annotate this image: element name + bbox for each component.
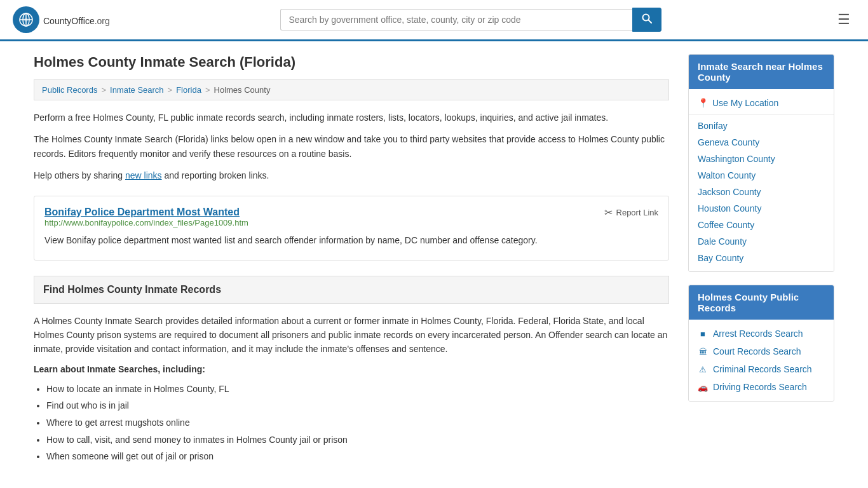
- list-item: How to locate an inmate in Holmes County…: [46, 381, 669, 398]
- logo-area: CountyOffice.org: [13, 6, 110, 33]
- find-section: Find Holmes County Inmate Records: [34, 276, 669, 304]
- public-records-header: Holmes County Public Records: [689, 285, 834, 320]
- pub-rec-label: Driving Records Search: [713, 382, 807, 392]
- breadcrumb-florida[interactable]: Florida: [176, 85, 201, 95]
- nearby-link[interactable]: Bay County: [689, 250, 834, 266]
- intro-paragraph-2: The Holmes County Inmate Search (Florida…: [34, 132, 669, 161]
- breadcrumb-current: Holmes County: [214, 85, 271, 95]
- nearby-section-header: Inmate Search near Holmes County: [689, 55, 834, 89]
- sidebar: Inmate Search near Holmes County 📍 Use M…: [688, 54, 834, 465]
- share-prefix: Help others by sharing: [34, 170, 123, 180]
- content-wrapper: Holmes County Inmate Search (Florida) Pu…: [21, 41, 847, 484]
- nearby-link[interactable]: Houston County: [689, 200, 834, 217]
- new-links-link[interactable]: new links: [125, 170, 162, 180]
- pub-rec-link[interactable]: ⚠Criminal Records Search: [689, 360, 834, 378]
- pub-rec-icon: ■: [698, 329, 708, 339]
- list-item: How to call, visit, and send money to in…: [46, 431, 669, 449]
- svg-line-7: [649, 20, 652, 24]
- result-card: Bonifay Police Department Most Wanted ht…: [34, 196, 669, 261]
- pub-rec-link[interactable]: 🚗Driving Records Search: [689, 378, 834, 396]
- search-area: [280, 8, 661, 32]
- logo-icon: [13, 6, 39, 33]
- pub-rec-icon: 🏛: [698, 346, 708, 356]
- report-label: Report Link: [616, 208, 658, 217]
- use-location[interactable]: 📍 Use My Location: [689, 94, 834, 112]
- site-header: CountyOffice.org ☰: [0, 0, 868, 41]
- report-link[interactable]: ✂ Report Link: [604, 207, 658, 219]
- report-icon: ✂: [604, 207, 613, 219]
- nearby-links-container: BonifayGeneva CountyWashington CountyWal…: [689, 118, 834, 266]
- pub-rec-link[interactable]: 🏛Court Records Search: [689, 342, 834, 360]
- list-item: When someone will get out of jail or pri…: [46, 448, 669, 465]
- logo-text: CountyOffice.org: [43, 13, 110, 27]
- main-content: Holmes County Inmate Search (Florida) Pu…: [34, 54, 669, 465]
- pub-rec-container: ■Arrest Records Search🏛Court Records Sea…: [689, 325, 834, 396]
- use-location-label: Use My Location: [712, 98, 778, 108]
- nearby-link[interactable]: Washington County: [689, 151, 834, 167]
- breadcrumb-sep-2: >: [168, 85, 173, 95]
- nearby-link[interactable]: Jackson County: [689, 184, 834, 200]
- location-icon: 📍: [698, 98, 709, 108]
- search-button[interactable]: [632, 8, 661, 32]
- menu-button[interactable]: ☰: [832, 9, 855, 30]
- intro-paragraph-1: Perform a free Holmes County, FL public …: [34, 111, 669, 125]
- list-item: Where to get arrest mugshots online: [46, 414, 669, 431]
- logo-brand: CountyOffice: [43, 16, 95, 26]
- pub-rec-link[interactable]: ■Arrest Records Search: [689, 325, 834, 342]
- breadcrumb-public-records[interactable]: Public Records: [42, 85, 97, 95]
- pub-rec-icon: ⚠: [698, 364, 708, 374]
- pub-rec-label: Arrest Records Search: [713, 329, 803, 339]
- nearby-link[interactable]: Coffee County: [689, 217, 834, 233]
- public-records-section: Holmes County Public Records ■Arrest Rec…: [688, 285, 834, 402]
- nearby-links: 📍 Use My Location BonifayGeneva CountyWa…: [689, 89, 834, 271]
- pub-rec-label: Criminal Records Search: [713, 364, 812, 374]
- nearby-link[interactable]: Geneva County: [689, 134, 834, 151]
- svg-point-5: [24, 18, 28, 22]
- pub-rec-icon: 🚗: [698, 382, 708, 392]
- result-description: View Bonifay police department most want…: [44, 234, 658, 247]
- search-input[interactable]: [280, 9, 632, 30]
- breadcrumb-sep-3: >: [205, 85, 210, 95]
- find-body: A Holmes County Inmate Search provides d…: [34, 314, 669, 356]
- breadcrumb: Public Records > Inmate Search > Florida…: [34, 79, 669, 100]
- pub-rec-label: Court Records Search: [713, 346, 801, 356]
- breadcrumb-inmate-search[interactable]: Inmate Search: [110, 85, 164, 95]
- result-url: http://www.bonifaypolice.com/index_files…: [44, 218, 658, 227]
- nearby-link[interactable]: Bonifay: [689, 118, 834, 134]
- result-title-link[interactable]: Bonifay Police Department Most Wanted: [44, 207, 240, 217]
- learn-title: Learn about Inmate Searches, including:: [34, 364, 669, 374]
- share-text: Help others by sharing new links and rep…: [34, 168, 669, 182]
- breadcrumb-sep-1: >: [101, 85, 106, 95]
- page-title: Holmes County Inmate Search (Florida): [34, 54, 669, 71]
- list-item: Find out who is in jail: [46, 397, 669, 414]
- public-records-links: ■Arrest Records Search🏛Court Records Sea…: [689, 320, 834, 401]
- nearby-link[interactable]: Dale County: [689, 233, 834, 250]
- divider: [689, 114, 834, 115]
- find-section-title: Find Holmes County Inmate Records: [43, 284, 660, 295]
- learn-list: How to locate an inmate in Holmes County…: [34, 381, 669, 465]
- nearby-section: Inmate Search near Holmes County 📍 Use M…: [688, 54, 834, 272]
- share-suffix: and reporting broken links.: [164, 170, 269, 180]
- nearby-link[interactable]: Walton County: [689, 167, 834, 184]
- logo-suffix: .org: [95, 16, 110, 26]
